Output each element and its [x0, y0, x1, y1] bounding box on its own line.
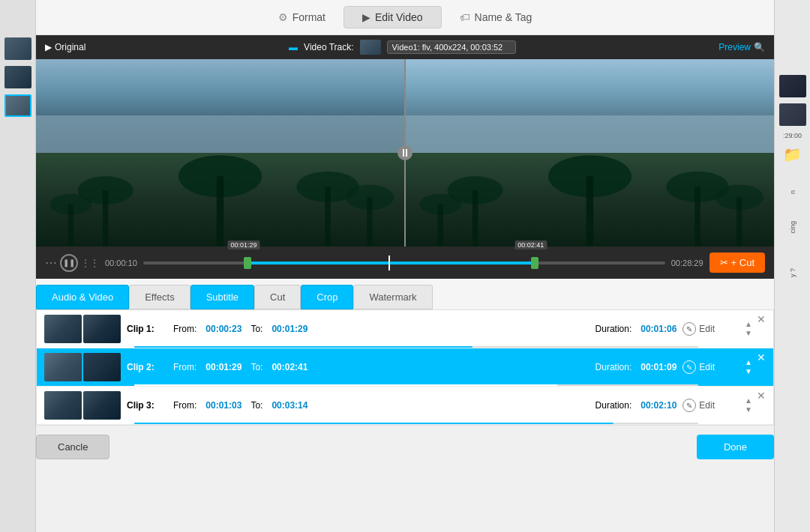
right-thumb-1[interactable] — [779, 75, 806, 97]
clip-2-progress-bar — [134, 384, 557, 386]
clip-3-edit-label: Edit — [699, 400, 715, 411]
clip-2-edit-icon: ✎ — [682, 360, 696, 374]
clip-1-close[interactable]: ✕ — [757, 313, 766, 325]
clip-1-to-label: To: — [250, 324, 262, 334]
clip-2-up[interactable]: ▲ — [745, 359, 752, 366]
svg-rect-1 — [217, 176, 224, 247]
right-sidebar: :29:00 📁 n cing y ? — [774, 0, 810, 532]
clip-row-2[interactable]: Clip 2: From: 00:01:29 To: 00:02:41 Dura… — [37, 348, 773, 387]
clip-2-to-label: To: — [250, 362, 262, 372]
clip-3-edit-icon: ✎ — [682, 399, 696, 412]
tab-watermark-label: Watermark — [369, 291, 416, 303]
scrubber-handle-right[interactable]: 00:02:41 — [531, 257, 538, 269]
more-button[interactable]: ⋮⋮ — [81, 258, 99, 268]
edit-video-icon: ▶ — [362, 11, 370, 23]
clip-2-edit-button[interactable]: ✎ Edit — [682, 360, 715, 374]
folder-icon[interactable]: 📁 — [783, 145, 802, 163]
tab-name-tag[interactable]: 🏷 Name & Tag — [442, 7, 550, 28]
tab-crop-label: Crop — [316, 291, 338, 303]
name-tag-icon: 🏷 — [460, 11, 470, 23]
clip-3-close[interactable]: ✕ — [757, 390, 766, 402]
clip-3-edit-button[interactable]: ✎ Edit — [682, 399, 715, 412]
time-badge: :29:00 — [783, 132, 802, 139]
clip-3-duration: 00:02:10 — [640, 400, 676, 411]
clip-1-arrows: ▲ ▼ — [745, 321, 752, 337]
right-tab-label-3[interactable]: y ? — [789, 268, 796, 277]
tab-subtitle[interactable]: Subtitle — [190, 285, 254, 309]
end-time-label: 00:28:29 — [671, 259, 704, 267]
cut-button[interactable]: ✂ + Cut — [710, 253, 765, 273]
clip-3-thumb-2 — [83, 391, 121, 420]
trees-svg-right — [406, 134, 774, 247]
tab-effects[interactable]: Effects — [129, 285, 190, 309]
clip-2-progress — [134, 384, 698, 386]
right-thumb-2[interactable] — [779, 103, 806, 126]
left-thumb-3[interactable] — [4, 94, 32, 117]
preview-button[interactable]: Preview 🔍 — [718, 42, 765, 52]
clip-2-name: Clip 2: — [127, 362, 164, 372]
clip-row-1[interactable]: Clip 1: From: 00:00:23 To: 00:01:29 Dura… — [37, 310, 773, 348]
clip-2-duration: 00:01:09 — [640, 362, 676, 372]
clip-1-up[interactable]: ▲ — [745, 321, 752, 328]
clip-2-down[interactable]: ▼ — [745, 368, 752, 375]
scrubber-range — [248, 262, 535, 265]
video-track-info: ▬ Video Track: Video1: flv, 400x224, 00:… — [289, 40, 515, 55]
scrubber-track[interactable]: 00:01:29 00:02:41 — [143, 262, 665, 265]
svg-rect-3 — [103, 190, 108, 247]
tab-effects-label: Effects — [145, 291, 175, 303]
clip-1-edit-button[interactable]: ✎ Edit — [682, 322, 715, 336]
right-tab-label[interactable]: n — [789, 190, 796, 194]
track-dropdown[interactable]: Video1: flv, 400x224, 00:03:52 — [387, 40, 516, 54]
clip-1-to-time: 00:01:29 — [272, 324, 308, 334]
clip-3-down[interactable]: ▼ — [745, 406, 752, 414]
clip-row-3[interactable]: Clip 3: From: 00:01:03 To: 00:03:14 Dura… — [37, 387, 773, 425]
svg-rect-5 — [325, 187, 330, 247]
clip-3-up[interactable]: ▲ — [745, 397, 752, 405]
tab-format[interactable]: ⚙ Format — [260, 7, 344, 28]
marker-left: 00:01:29 — [227, 241, 260, 250]
tab-edit-video[interactable]: ▶ Edit Video — [344, 6, 442, 28]
right-tab-label-2[interactable]: cing — [789, 221, 796, 234]
left-thumb-1[interactable] — [4, 37, 32, 60]
tab-name-tag-label: Name & Tag — [475, 11, 532, 23]
clip-3-thumbs — [44, 391, 121, 420]
clip-2-thumbs — [44, 353, 121, 381]
svg-rect-9 — [367, 197, 372, 247]
svg-rect-7 — [68, 205, 74, 247]
marker-right: 00:02:41 — [514, 241, 547, 250]
trees-svg — [36, 134, 404, 247]
clip-1-duration-label: Duration: — [596, 324, 632, 334]
video-header: ▶ Original ▬ Video Track: Video1: flv, 4… — [36, 35, 774, 59]
svg-rect-13 — [472, 190, 478, 247]
clip-3-progress-bar — [134, 423, 614, 424]
transport-controls: ⋯ ❚❚ ⋮⋮ — [45, 254, 99, 272]
clip-2-to-time: 00:02:41 — [272, 362, 308, 372]
clip-1-down[interactable]: ▼ — [745, 330, 752, 337]
clip-1-name: Clip 1: — [127, 324, 164, 334]
cancel-button[interactable]: Cancle — [36, 435, 110, 459]
split-handle[interactable] — [398, 145, 412, 160]
scrubber-handle-left[interactable]: 00:01:29 — [244, 257, 251, 269]
clip-2-close[interactable]: ✕ — [757, 351, 766, 363]
svg-rect-17 — [438, 205, 443, 247]
tab-audio-video[interactable]: Audio & Video — [36, 285, 129, 309]
clip-1-info: Clip 1: From: 00:00:23 To: 00:01:29 Dura… — [127, 324, 676, 334]
dots-button[interactable]: ⋯ — [45, 256, 57, 270]
clip-2-thumb-1 — [44, 353, 82, 381]
cut-icon: ✂ — [720, 257, 728, 268]
clip-1-thumb-1 — [44, 315, 82, 343]
original-label: Original — [55, 42, 86, 52]
scrubber-container[interactable]: 00:01:29 00:02:41 — [143, 256, 665, 270]
clip-3-to-time: 00:03:14 — [272, 400, 308, 411]
clips-container: Clip 1: From: 00:00:23 To: 00:01:29 Dura… — [36, 309, 774, 426]
original-badge: ▶ Original — [45, 42, 86, 52]
tab-crop[interactable]: Crop — [301, 285, 353, 309]
left-thumb-2[interactable] — [4, 66, 32, 88]
tab-watermark[interactable]: Watermark — [353, 285, 432, 309]
tab-cut[interactable]: Cut — [254, 285, 301, 309]
done-button[interactable]: Done — [697, 435, 774, 459]
clip-1-duration: 00:01:06 — [640, 324, 676, 334]
preview-label: Preview — [718, 42, 751, 52]
pause-button[interactable]: ❚❚ — [60, 254, 78, 272]
clip-1-edit-label: Edit — [699, 324, 715, 334]
